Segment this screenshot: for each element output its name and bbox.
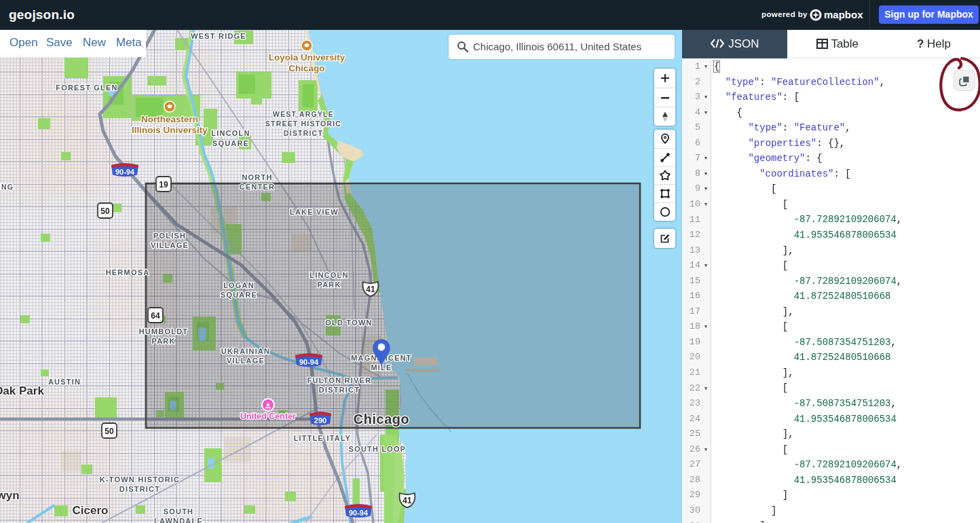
svg-text:SQUARE: SQUARE — [212, 139, 249, 147]
svg-text:64: 64 — [151, 311, 160, 321]
svg-text:FOREST GLEN: FOREST GLEN — [56, 84, 117, 92]
svg-text:90-94: 90-94 — [349, 509, 369, 517]
svg-text:LITTLE ITALY: LITTLE ITALY — [294, 434, 352, 442]
svg-text:50: 50 — [100, 206, 110, 216]
svg-text:UKRAINIAN: UKRAINIAN — [221, 347, 271, 355]
svg-text:ING: ING — [0, 183, 14, 191]
svg-text:Cicero: Cicero — [73, 504, 109, 517]
svg-text:Chicago: Chicago — [288, 63, 324, 73]
svg-text:50: 50 — [105, 427, 114, 436]
svg-text:LOGAN: LOGAN — [223, 281, 255, 289]
svg-text:AUSTIN: AUSTIN — [48, 378, 81, 386]
svg-text:290: 290 — [314, 416, 326, 425]
svg-text:NORTH: NORTH — [242, 173, 272, 181]
svg-text:WEST RIDGE: WEST RIDGE — [191, 32, 246, 40]
svg-text:LAKE VIEW: LAKE VIEW — [290, 208, 339, 216]
svg-text:HUMBOLDT: HUMBOLDT — [139, 327, 189, 336]
svg-text:OLD TOWN: OLD TOWN — [325, 319, 372, 327]
svg-text:LINCOLN: LINCOLN — [309, 271, 348, 279]
svg-text:K-TOWN HISTORIC: K-TOWN HISTORIC — [100, 475, 180, 484]
svg-text:SQUARE: SQUARE — [221, 291, 257, 299]
svg-text:41: 41 — [402, 496, 412, 505]
svg-text:LAWNDALE: LAWNDALE — [154, 517, 203, 523]
svg-text:Chicago: Chicago — [354, 412, 409, 427]
svg-text:DISTRICT: DISTRICT — [284, 129, 323, 137]
svg-text:SOUTH LOOP: SOUTH LOOP — [349, 445, 407, 453]
svg-text:DISTRICT: DISTRICT — [119, 485, 160, 493]
svg-text:CENTER: CENTER — [240, 183, 275, 191]
svg-text:SOUTH: SOUTH — [164, 507, 194, 516]
svg-text:HERMOSA: HERMOSA — [106, 268, 150, 276]
svg-text:Oak Park: Oak Park — [0, 384, 44, 397]
svg-text:90-94: 90-94 — [115, 168, 135, 176]
svg-text:VILLAGE: VILLAGE — [151, 241, 189, 249]
svg-text:DISTRICT: DISTRICT — [319, 386, 360, 394]
svg-text:Northeastern: Northeastern — [141, 114, 198, 124]
svg-text:VILLAGE: VILLAGE — [227, 357, 265, 365]
svg-text:PARK: PARK — [151, 337, 175, 345]
svg-text:FULTON RIVER: FULTON RIVER — [307, 376, 372, 384]
svg-text:wyn: wyn — [0, 489, 20, 502]
svg-text:Loyola University: Loyola University — [269, 52, 345, 62]
svg-text:90-94: 90-94 — [299, 358, 319, 366]
svg-text:WEST ARGYLE: WEST ARGYLE — [273, 110, 334, 118]
svg-text:United Center: United Center — [240, 412, 296, 421]
svg-text:41: 41 — [366, 285, 375, 294]
svg-text:PARK: PARK — [317, 281, 341, 289]
svg-text:POLISH: POLISH — [153, 232, 186, 240]
svg-text:LINCOLN: LINCOLN — [211, 129, 250, 137]
svg-text:Illinois University: Illinois University — [132, 125, 208, 135]
svg-text:STREET HISTORIC: STREET HISTORIC — [265, 120, 341, 128]
svg-text:19: 19 — [159, 180, 168, 190]
